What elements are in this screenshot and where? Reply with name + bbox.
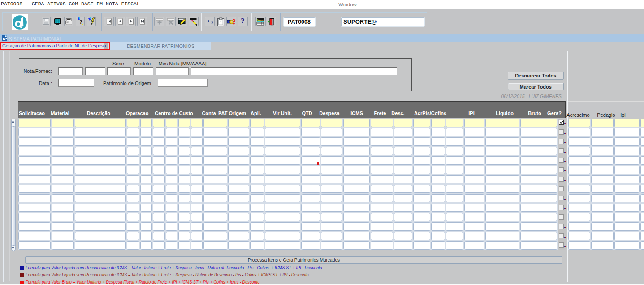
- svg-text:Menu: Menu: [257, 19, 264, 21]
